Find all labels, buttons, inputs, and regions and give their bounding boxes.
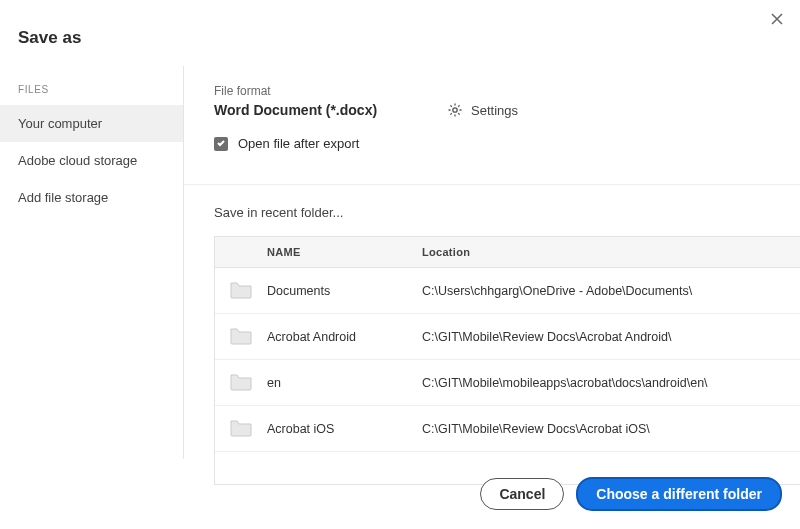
row-location: C:\GIT\Mobile\Review Docs\Acrobat Androi… [422,330,800,344]
sidebar-item-add-storage[interactable]: Add file storage [0,179,183,216]
folder-icon [215,426,253,440]
sidebar-item-your-computer[interactable]: Your computer [0,105,183,142]
close-button[interactable] [770,12,786,28]
check-icon [216,136,226,151]
choose-different-folder-button[interactable]: Choose a different folder [576,477,782,511]
settings-button[interactable]: Settings [447,102,518,118]
sidebar: FILES Your computer Adobe cloud storage … [0,66,184,459]
save-as-dialog: Save as FILES Your computer Adobe cloud … [0,0,800,529]
column-location: Location [422,246,800,258]
gear-icon [447,102,463,118]
svg-point-0 [453,108,457,112]
table-row[interactable]: Documents C:\Users\chhgarg\OneDrive - Ad… [215,268,800,314]
folder-icon [215,288,253,302]
sidebar-item-adobe-cloud[interactable]: Adobe cloud storage [0,142,183,179]
open-after-export-checkbox[interactable] [214,137,228,151]
row-name: Acrobat iOS [267,422,422,436]
dialog-footer: Cancel Choose a different folder [0,459,800,529]
row-location: C:\GIT\Mobile\mobileapps\acrobat\docs\an… [422,376,800,390]
table-row[interactable]: en C:\GIT\Mobile\mobileapps\acrobat\docs… [215,360,800,406]
folder-icon [215,334,253,348]
sidebar-heading: FILES [0,74,183,105]
row-name: en [267,376,422,390]
recent-folders-table: NAME Location Documents C:\Users\chhgarg… [214,236,800,485]
table-header: NAME Location [215,237,800,268]
row-name: Documents [267,284,422,298]
settings-label: Settings [471,103,518,118]
file-format-label: File format [214,84,800,98]
folder-icon [215,380,253,394]
row-location: C:\GIT\Mobile\Review Docs\Acrobat iOS\ [422,422,800,436]
file-format-value: Word Document (*.docx) [214,102,377,118]
cancel-button[interactable]: Cancel [480,478,564,510]
main-panel: File format Word Document (*.docx) Setti… [184,66,800,459]
open-after-export-label: Open file after export [238,136,359,151]
recent-folder-prompt: Save in recent folder... [214,185,800,236]
dialog-title: Save as [0,0,800,66]
table-row[interactable]: Acrobat iOS C:\GIT\Mobile\Review Docs\Ac… [215,406,800,452]
row-name: Acrobat Android [267,330,422,344]
column-name: NAME [267,246,422,258]
table-row[interactable]: Acrobat Android C:\GIT\Mobile\Review Doc… [215,314,800,360]
close-icon [770,14,784,29]
row-location: C:\Users\chhgarg\OneDrive - Adobe\Docume… [422,284,800,298]
